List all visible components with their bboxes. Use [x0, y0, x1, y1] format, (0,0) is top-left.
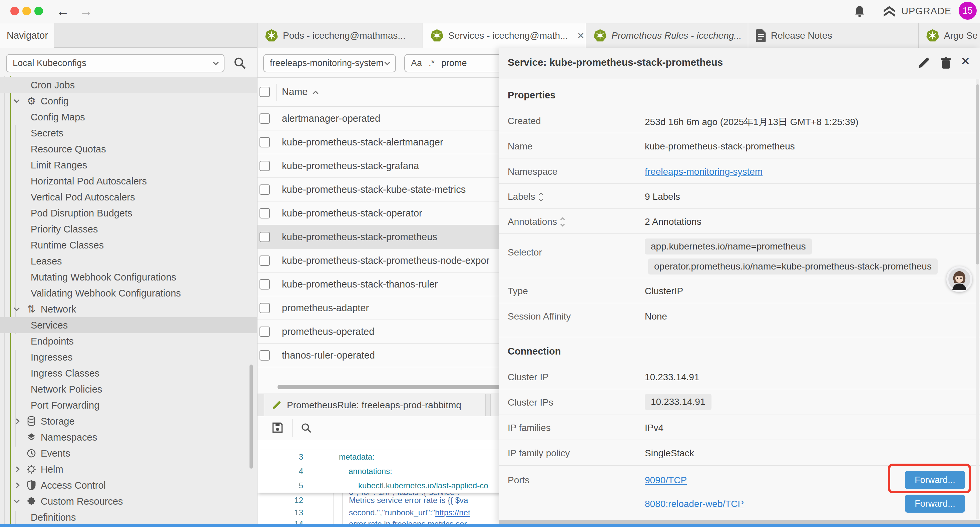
- annotations-count: 2 Annotations: [645, 217, 702, 227]
- property-row-namespace: Namespace freeleaps-monitoring-system: [499, 158, 980, 184]
- row-checkbox[interactable]: [259, 350, 270, 361]
- sidebar-item-network-policies[interactable]: Network Policies: [0, 381, 257, 397]
- property-row-created: Created 253d 16h 6m ago (2025年1月13日 GMT+…: [499, 108, 980, 133]
- property-row-labels: Labels 9 Labels: [499, 184, 980, 209]
- tab-pods[interactable]: Pods - icecheng@mathmas...: [258, 23, 423, 48]
- connection-row-cluster-ip: Cluster IP 10.233.14.91: [499, 364, 980, 389]
- navigator-panel-tab[interactable]: Navigator: [0, 23, 54, 48]
- close-tab-icon[interactable]: ✕: [577, 31, 584, 41]
- select-all-checkbox[interactable]: [259, 87, 270, 97]
- puzzle-icon: [25, 497, 37, 506]
- sidebar-item-cron-jobs[interactable]: Cron Jobs: [0, 77, 257, 93]
- regex-toggle[interactable]: .*: [429, 58, 434, 68]
- sidebar-item-config[interactable]: ⚙Config: [0, 93, 257, 109]
- sidebar-item-network[interactable]: ⇅Network: [0, 301, 257, 317]
- drawer-scrollbar-thumb[interactable]: [976, 84, 979, 264]
- sidebar-item-runtime-classes[interactable]: Runtime Classes: [0, 237, 257, 253]
- row-checkbox[interactable]: [259, 255, 270, 266]
- tab-label: Pods - icecheng@mathmas...: [283, 30, 406, 41]
- sidebar-item-resource-quotas[interactable]: Resource Quotas: [0, 141, 257, 157]
- upgrade-icon[interactable]: [883, 5, 896, 18]
- minimize-window-button[interactable]: [22, 7, 31, 15]
- tab-argo[interactable]: Argo Se: [919, 23, 980, 48]
- tab-release-notes[interactable]: Release Notes: [748, 23, 919, 48]
- sidebar-item-helm[interactable]: Helm: [0, 461, 257, 477]
- close-drawer-icon[interactable]: ✕: [961, 54, 974, 68]
- drawer-horizontal-scrollbar[interactable]: [499, 520, 980, 524]
- column-separator: [276, 84, 277, 101]
- session-affinity-value: None: [645, 311, 667, 322]
- namespace-selector[interactable]: freeleaps-monitoring-system: [263, 54, 396, 72]
- row-checkbox[interactable]: [259, 137, 270, 147]
- editor-search-icon[interactable]: [301, 423, 312, 433]
- sidebar-item-vertical-pod-autoscalers[interactable]: Vertical Pod Autoscalers: [0, 189, 257, 205]
- tab-prometheus-rules[interactable]: Prometheus Rules - icecheng...: [586, 23, 748, 48]
- sidebar-scrollbar-thumb[interactable]: [250, 365, 253, 469]
- sidebar-item-access-control[interactable]: Access Control: [0, 477, 257, 493]
- editor-tab-prometheusrule[interactable]: PrometheusRule: freeleaps-prod-rabbitmq: [264, 394, 486, 417]
- sidebar-item-custom-resources[interactable]: Custom Resources: [0, 493, 257, 509]
- edit-pencil-icon[interactable]: [917, 56, 930, 70]
- row-checkbox[interactable]: [259, 208, 270, 218]
- upgrade-label[interactable]: UPGRADE: [901, 6, 951, 17]
- sidebar-item-mutating-webhook-configurations[interactable]: Mutating Webhook Configurations: [0, 269, 257, 285]
- back-arrow-icon[interactable]: ←: [56, 4, 69, 18]
- app-window: ← → UPGRADE 15 Navigator Pods - icecheng…: [0, 0, 980, 527]
- chevron-right-icon: [14, 482, 20, 488]
- sidebar-item-limit-ranges[interactable]: Limit Ranges: [0, 157, 257, 173]
- tab-label: Prometheus Rules - icecheng...: [611, 30, 742, 41]
- sidebar-item-namespaces[interactable]: Namespaces: [0, 429, 257, 445]
- sidebar-item-endpoints[interactable]: Endpoints: [0, 333, 257, 349]
- save-icon[interactable]: [272, 422, 283, 434]
- namespace-link[interactable]: freeleaps-monitoring-system: [645, 166, 762, 177]
- sidebar-item-storage[interactable]: Storage: [0, 413, 257, 429]
- up-down-arrows-icon: ⇅: [25, 304, 37, 314]
- close-window-button[interactable]: [10, 7, 19, 15]
- sidebar-item-secrets[interactable]: Secrets: [0, 125, 257, 141]
- user-avatar[interactable]: [946, 266, 972, 292]
- notifications-bell-icon[interactable]: [854, 5, 865, 18]
- expand-collapse-icon[interactable]: [539, 193, 542, 201]
- annotation-highlight-box: [888, 463, 971, 493]
- sidebar-item-config-maps[interactable]: Config Maps: [0, 109, 257, 125]
- sidebar-item-leases[interactable]: Leases: [0, 253, 257, 269]
- delete-trash-icon[interactable]: [939, 56, 953, 70]
- row-checkbox[interactable]: [259, 303, 270, 313]
- sidebar-item-ingress-classes[interactable]: Ingress Classes: [0, 365, 257, 381]
- sidebar-item-priority-classes[interactable]: Priority Classes: [0, 221, 257, 237]
- sidebar-item-validating-webhook-configurations[interactable]: Validating Webhook Configurations: [0, 285, 257, 301]
- sidebar-item-pod-disruption-budgets[interactable]: Pod Disruption Budgets: [0, 205, 257, 221]
- row-checkbox[interactable]: [259, 113, 270, 124]
- notification-count-badge[interactable]: 15: [959, 2, 977, 20]
- row-checkbox[interactable]: [259, 279, 270, 290]
- code-link[interactable]: https://net: [435, 508, 470, 517]
- row-checkbox[interactable]: [259, 326, 270, 337]
- port-link[interactable]: 8080:reloader-web/TCP: [645, 498, 744, 509]
- tab-services[interactable]: Services - icecheng@math... ✕: [423, 23, 586, 48]
- sidebar-item-definitions[interactable]: Definitions: [0, 509, 257, 524]
- search-icon[interactable]: [234, 57, 246, 69]
- maximize-window-button[interactable]: [34, 7, 43, 15]
- cluster-ips-chip: 10.233.14.91: [645, 394, 711, 410]
- kubeconfig-selector[interactable]: Local Kubeconfigs: [6, 54, 224, 72]
- chevron-down-icon: [385, 59, 390, 65]
- expand-collapse-icon[interactable]: [561, 218, 564, 226]
- sidebar-item-ingresses[interactable]: Ingresses: [0, 349, 257, 365]
- port-link[interactable]: 9090/TCP: [645, 475, 687, 486]
- ip-families-value: IPv4: [645, 423, 663, 433]
- cluster-ip-value: 10.233.14.91: [645, 372, 700, 382]
- row-checkbox[interactable]: [259, 232, 270, 242]
- name-column-header[interactable]: Name: [282, 86, 318, 97]
- row-checkbox[interactable]: [259, 161, 270, 171]
- port-forward-button[interactable]: Forward...: [905, 495, 965, 513]
- sidebar-item-port-forwarding[interactable]: Port Forwarding: [0, 397, 257, 413]
- sidebar-item-events[interactable]: Events: [0, 445, 257, 461]
- chevron-down-icon: [14, 306, 20, 311]
- row-checkbox[interactable]: [259, 185, 270, 195]
- sidebar-item-services[interactable]: Services: [0, 317, 257, 333]
- kubernetes-icon: [265, 29, 278, 42]
- forward-arrow-icon[interactable]: →: [80, 4, 93, 18]
- search-input[interactable]: Aa .* prome: [404, 54, 508, 72]
- sidebar-item-horizontal-pod-autoscalers[interactable]: Horizontal Pod Autoscalers: [0, 173, 257, 189]
- match-case-toggle[interactable]: Aa: [411, 58, 422, 68]
